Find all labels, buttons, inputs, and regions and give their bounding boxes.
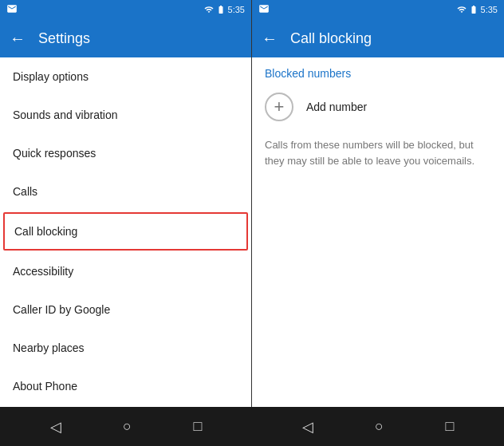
navigation-bar: ◁ ○ □ ◁ ○ □ bbox=[0, 407, 504, 446]
right-toolbar: ← Call blocking bbox=[252, 19, 504, 57]
settings-item-about-phone[interactable]: About Phone bbox=[0, 367, 251, 405]
settings-item-accessibility[interactable]: Accessibility bbox=[0, 252, 251, 290]
settings-item-call-blocking[interactable]: Call blocking bbox=[3, 212, 248, 251]
right-nav: ◁ ○ □ bbox=[252, 407, 504, 446]
right-status-icons: 5:35 bbox=[457, 5, 498, 14]
add-number-label: Add number bbox=[306, 101, 367, 113]
left-screen: 5:35 ← Settings Display options Sounds a… bbox=[0, 0, 252, 407]
right-time: 5:35 bbox=[481, 5, 498, 14]
settings-item-sounds-vibration[interactable]: Sounds and vibration bbox=[0, 96, 251, 134]
left-nav: ◁ ○ □ bbox=[0, 407, 252, 446]
left-nav-home[interactable]: ○ bbox=[123, 418, 132, 435]
left-toolbar: ← Settings bbox=[0, 19, 251, 57]
left-status-icons: 5:35 bbox=[204, 5, 245, 14]
left-back-button[interactable]: ← bbox=[10, 30, 26, 48]
settings-item-quick-responses[interactable]: Quick responses bbox=[0, 134, 251, 172]
left-notification-icon bbox=[6, 3, 18, 16]
left-nav-back[interactable]: ◁ bbox=[50, 418, 61, 436]
blocked-numbers-title[interactable]: Blocked numbers bbox=[252, 57, 504, 86]
right-content: Blocked numbers + Add number Calls from … bbox=[252, 57, 504, 178]
settings-item-calls[interactable]: Calls bbox=[0, 172, 251, 211]
right-nav-home[interactable]: ○ bbox=[375, 418, 384, 435]
left-nav-recents[interactable]: □ bbox=[193, 418, 202, 435]
settings-item-nearby-places[interactable]: Nearby places bbox=[0, 329, 251, 367]
right-back-button[interactable]: ← bbox=[262, 30, 278, 48]
blocked-info-text: Calls from these numbers will be blocked… bbox=[252, 128, 504, 178]
right-nav-back[interactable]: ◁ bbox=[302, 418, 313, 436]
right-screen: 5:35 ← Call blocking Blocked numbers + A… bbox=[252, 0, 504, 407]
add-number-row[interactable]: + Add number bbox=[252, 86, 504, 128]
left-time: 5:35 bbox=[228, 5, 245, 14]
right-notification-icon bbox=[258, 3, 270, 16]
right-toolbar-title: Call blocking bbox=[290, 30, 372, 47]
left-toolbar-title: Settings bbox=[38, 30, 90, 47]
settings-item-display-options[interactable]: Display options bbox=[0, 57, 251, 96]
left-status-bar: 5:35 bbox=[0, 0, 251, 19]
add-number-icon: + bbox=[265, 93, 293, 121]
settings-list: Display options Sounds and vibration Qui… bbox=[0, 57, 251, 407]
right-status-bar: 5:35 bbox=[252, 0, 504, 19]
settings-item-caller-id[interactable]: Caller ID by Google bbox=[0, 290, 251, 329]
right-nav-recents[interactable]: □ bbox=[445, 418, 454, 435]
